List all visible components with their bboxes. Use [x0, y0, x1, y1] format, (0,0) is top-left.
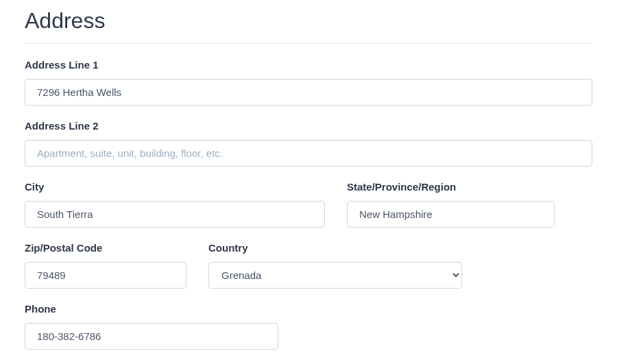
zip-input[interactable] [25, 262, 186, 289]
country-group: Country Grenada [208, 242, 462, 289]
state-label: State/Province/Region [347, 181, 555, 193]
city-group: City [25, 181, 325, 228]
address-line-1-input[interactable] [25, 79, 592, 106]
state-group: State/Province/Region [347, 181, 555, 228]
address-line-2-input[interactable] [25, 140, 592, 167]
city-input[interactable] [25, 201, 325, 228]
city-label: City [25, 181, 325, 193]
phone-input[interactable] [25, 323, 278, 350]
address-line-2-label: Address Line 2 [25, 120, 592, 132]
section-title: Address [25, 8, 592, 34]
zip-group: Zip/Postal Code [25, 242, 186, 289]
address-line-1-label: Address Line 1 [25, 59, 592, 71]
zip-label: Zip/Postal Code [25, 242, 186, 254]
address-line-1-group: Address Line 1 [25, 59, 592, 106]
country-label: Country [208, 242, 462, 254]
phone-label: Phone [25, 303, 278, 315]
section-divider [25, 43, 592, 44]
country-select[interactable]: Grenada [208, 262, 462, 289]
city-state-row: City State/Province/Region [25, 181, 592, 228]
zip-country-row: Zip/Postal Code Country Grenada [25, 242, 592, 289]
address-line-2-group: Address Line 2 [25, 120, 592, 167]
address-form-section: Address Address Line 1 Address Line 2 Ci… [0, 0, 617, 364]
state-input[interactable] [347, 201, 555, 228]
phone-group: Phone [25, 303, 278, 350]
phone-row: Phone [25, 303, 592, 350]
